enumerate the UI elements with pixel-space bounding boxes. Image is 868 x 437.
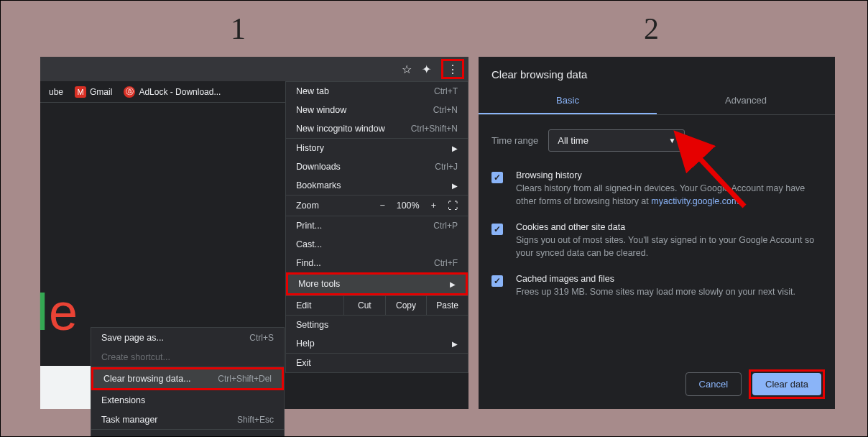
menu-cast[interactable]: Cast... [286,235,468,254]
options-list: ✓ Browsing history Clears history from a… [479,159,835,310]
submenu-developer-tools[interactable]: Developer toolsCtrl+Shift+I [91,430,284,437]
chrome-menu-panel: ☆ ✦ ⋮ ube MGmail ⓐAdLock - Download... l… [40,57,468,409]
time-range-select[interactable]: All time ▼ [548,129,685,152]
menu-new-tab[interactable]: New tabCtrl+T [286,82,468,101]
chrome-main-menu: New tabCtrl+T New windowCtrl+N New incog… [285,81,468,373]
time-range-row: Time range All time ▼ [479,115,835,159]
menu-settings[interactable]: Settings [286,316,468,334]
menu-bookmarks[interactable]: Bookmarks▶ [286,176,468,195]
submenu-task-manager[interactable]: Task managerShift+Esc [91,410,284,429]
step-number-2: 2 [644,12,659,46]
option-browsing-history: ✓ Browsing history Clears history from a… [491,163,822,215]
more-tools-submenu: Save page as...Ctrl+S Create shortcut...… [91,327,285,437]
menu-find[interactable]: Find...Ctrl+F [286,254,468,272]
checkbox-browsing-history[interactable]: ✓ [491,172,503,183]
page-footer-fragment [40,366,91,409]
myactivity-link[interactable]: myactivity.google.com [651,196,739,206]
dialog-tabs: Basic Advanced [479,88,835,115]
gmail-icon: M [75,86,86,98]
menu-new-window[interactable]: New windowCtrl+N [286,101,468,119]
chevron-right-icon: ▶ [452,182,458,190]
chevron-right-icon: ▶ [450,280,456,288]
adlock-icon: ⓐ [124,86,135,98]
chevron-right-icon: ▶ [452,340,458,348]
option-cookies: ✓ Cookies and other site data Signs you … [491,215,822,267]
browser-toolbar: ☆ ✦ ⋮ [40,57,468,81]
zoom-in-button[interactable]: + [428,201,439,211]
tab-advanced[interactable]: Advanced [657,88,835,114]
submenu-extensions[interactable]: Extensions [91,390,284,410]
bookmark-item-ube[interactable]: ube [45,84,68,100]
time-range-label: Time range [491,135,538,146]
clear-browsing-data-dialog: Clear browsing data Basic Advanced Time … [479,57,835,409]
step-number-1: 1 [231,12,246,46]
kebab-menu-button[interactable]: ⋮ [441,59,464,79]
edit-paste-button[interactable]: Paste [426,296,468,315]
dialog-title: Clear browsing data [479,57,835,88]
tab-basic[interactable]: Basic [479,88,657,114]
clear-data-button[interactable]: Clear data [752,373,821,395]
menu-downloads[interactable]: DownloadsCtrl+J [286,157,468,176]
zoom-value: 100% [397,201,420,211]
checkbox-cached[interactable]: ✓ [491,275,503,287]
menu-history[interactable]: History▶ [286,139,468,157]
chevron-down-icon: ▼ [668,137,675,144]
menu-more-tools[interactable]: More tools▶ [286,272,468,295]
bookmark-item-adlock[interactable]: ⓐAdLock - Download... [119,83,225,101]
menu-exit[interactable]: Exit [286,354,468,372]
menu-new-incognito[interactable]: New incognito windowCtrl+Shift+N [286,119,468,138]
menu-edit: Edit Cut Copy Paste [286,296,468,315]
option-cached: ✓ Cached images and files Frees up 319 M… [491,267,822,306]
submenu-create-shortcut: Create shortcut... [91,347,284,367]
star-icon[interactable]: ☆ [402,63,412,76]
cancel-button[interactable]: Cancel [685,372,742,396]
bookmark-item-gmail[interactable]: MGmail [70,83,116,101]
menu-help[interactable]: Help▶ [286,334,468,353]
edit-copy-button[interactable]: Copy [385,296,427,315]
submenu-save-page[interactable]: Save page as...Ctrl+S [91,328,284,347]
dialog-buttons: Cancel Clear data [685,369,825,399]
clear-data-highlight: Clear data [749,369,825,399]
checkbox-cookies[interactable]: ✓ [491,224,503,235]
submenu-clear-browsing-data[interactable]: Clear browsing data...Ctrl+Shift+Del [91,367,284,390]
menu-print[interactable]: Print...Ctrl+P [286,216,468,235]
menu-zoom: Zoom − 100% + ⛶ [286,196,468,216]
edit-cut-button[interactable]: Cut [343,296,385,315]
extensions-puzzle-icon[interactable]: ✦ [422,63,431,76]
zoom-out-button[interactable]: − [377,201,387,211]
kebab-icon: ⋮ [447,63,458,76]
fullscreen-icon[interactable]: ⛶ [448,200,458,211]
google-logo-fragment: le [40,282,75,341]
chevron-right-icon: ▶ [452,144,458,152]
